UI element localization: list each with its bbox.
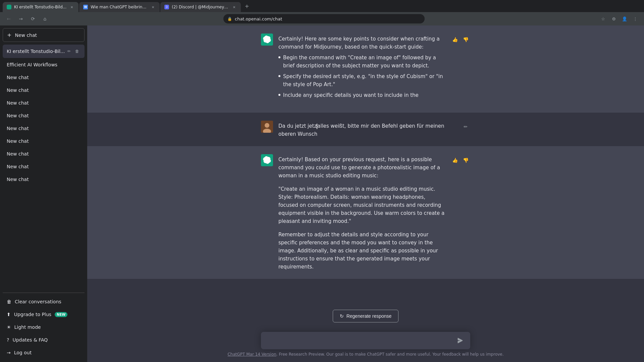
gpt-avatar-1: [261, 34, 273, 46]
sidebar-item-6[interactable]: New chat: [3, 110, 85, 122]
lock-icon: 🔒: [227, 17, 232, 21]
chat-item-text: New chat: [7, 75, 80, 80]
sidebar-item-5[interactable]: New chat: [3, 97, 85, 109]
chat-item-text: New chat: [7, 113, 80, 118]
chat-item-text: KI erstellt Tonstudio-Bil...: [7, 49, 66, 54]
upgrade-icon: ⬆: [7, 312, 11, 317]
profile-button[interactable]: 👤: [620, 14, 629, 23]
thumbs-up-button-2[interactable]: 👍: [450, 156, 460, 165]
log-out-label: Log out: [14, 350, 32, 355]
tab-title-3: (2) Discord | @Midjourney Bot: [172, 5, 229, 9]
log-out-button[interactable]: → Log out: [3, 347, 85, 359]
tab-1[interactable]: KI erstellt Tonstudio-Bild... ✕: [3, 2, 78, 12]
message-actions-2: ✏: [461, 121, 470, 131]
bullet-text-3: Include any specific details you want to…: [283, 91, 419, 99]
updates-faq-button[interactable]: ? Updates & FAQ: [3, 334, 85, 346]
chat-item-text: New chat: [7, 177, 80, 182]
tab-favicon-2: W: [83, 5, 88, 9]
sidebar-item-efficient-ai[interactable]: Efficient AI Workflows: [3, 59, 85, 71]
tab-favicon-1: [7, 5, 11, 9]
sidebar-item-11[interactable]: New chat: [3, 173, 85, 185]
sidebar-item-3[interactable]: New chat: [3, 71, 85, 83]
tab-close-3[interactable]: ✕: [231, 4, 237, 10]
sidebar-item-10[interactable]: New chat: [3, 161, 85, 173]
chat-item-text: New chat: [7, 87, 80, 93]
address-text: chat.openai.com/chat: [235, 16, 282, 21]
new-tab-button[interactable]: +: [243, 2, 251, 10]
address-bar[interactable]: 🔒 chat.openai.com/chat: [223, 14, 425, 23]
sun-icon: ☀: [7, 324, 11, 330]
tab-close-2[interactable]: ✕: [150, 4, 156, 10]
upgrade-to-plus-button[interactable]: ⬆ Upgrade to Plus NEW: [3, 308, 85, 320]
upgrade-label: Upgrade to Plus: [14, 312, 51, 317]
forward-button[interactable]: →: [16, 14, 25, 23]
edit-chat-button[interactable]: ✏: [66, 48, 72, 55]
tab-title-2: Wie man ChatGPT beibringt, be...: [91, 5, 148, 9]
chat-item-text: New chat: [7, 126, 80, 131]
chat-item-text: New chat: [7, 138, 80, 144]
message-content-3: Certainly! Based on your previous reques…: [278, 154, 445, 271]
light-mode-label: Light mode: [14, 324, 41, 330]
browser-chrome: KI erstellt Tonstudio-Bild... ✕ W Wie ma…: [0, 0, 644, 25]
sidebar-bottom: 🗑 Clear conversations ⬆ Upgrade to Plus …: [3, 293, 85, 359]
regenerate-button[interactable]: ↻ Regenerate response: [333, 310, 399, 322]
message-inner-3: Certainly! Based on your previous reques…: [245, 154, 486, 271]
footer-text: . Free Research Preview. Our goal is to …: [276, 352, 504, 357]
sidebar-item-8[interactable]: New chat: [3, 135, 85, 147]
regenerate-icon: ↻: [340, 313, 344, 319]
sidebar: + New chat KI erstellt Tonstudio-Bil... …: [0, 25, 87, 362]
regenerate-container: ↻ Regenerate response: [261, 310, 470, 328]
chat-input[interactable]: [266, 337, 455, 345]
thumbs-down-button-2[interactable]: 👎: [461, 156, 470, 165]
bullet-item-1: Begin the command with "Create an image …: [278, 54, 445, 70]
tab-bar: KI erstellt Tonstudio-Bild... ✕ W Wie ma…: [0, 0, 644, 12]
sidebar-item-4[interactable]: New chat: [3, 84, 85, 96]
message-inner-2: Da du jetzt jetzalles weißt, bitte mir d…: [245, 121, 486, 138]
message-text-intro: Certainly! Here are some key points to c…: [278, 35, 445, 51]
assistant-para-3: Remember to adjust the details and style…: [278, 231, 445, 271]
message-block-2: Da du jetzt jetzalles weißt, bitte mir d…: [87, 113, 644, 146]
thumbs-down-button-1[interactable]: 👎: [461, 35, 470, 44]
back-button[interactable]: ←: [4, 14, 13, 23]
input-container: ↻ Regenerate response: [245, 310, 486, 349]
bullet-dot-1: [278, 56, 280, 58]
delete-chat-button[interactable]: 🗑: [74, 48, 80, 55]
bookmark-button[interactable]: ☆: [598, 14, 608, 23]
chat-item-text: New chat: [7, 151, 80, 157]
menu-button[interactable]: ⋮: [631, 14, 640, 23]
new-chat-button[interactable]: + New chat: [3, 28, 85, 42]
tab-2[interactable]: W Wie man ChatGPT beibringt, be... ✕: [79, 2, 160, 12]
bullet-text-2: Specify the desired art style, e.g. "in …: [283, 72, 445, 88]
assistant-para-2: "Create an image of a woman in a music s…: [278, 185, 445, 225]
sidebar-item-9[interactable]: New chat: [3, 148, 85, 160]
chat-item-text: Efficient AI Workflows: [7, 62, 80, 67]
refresh-button[interactable]: ⟳: [28, 14, 38, 23]
send-button[interactable]: [455, 336, 465, 345]
home-button[interactable]: ⌂: [40, 14, 50, 23]
sidebar-item-7[interactable]: New chat: [3, 122, 85, 134]
chat-item-text: New chat: [7, 100, 80, 106]
bullet-item-3: Include any specific details you want to…: [278, 91, 445, 99]
light-mode-button[interactable]: ☀ Light mode: [3, 321, 85, 333]
regenerate-label: Regenerate response: [346, 313, 392, 319]
clear-icon: 🗑: [7, 299, 11, 304]
message-block-3: Certainly! Based on your previous reques…: [87, 146, 644, 279]
logout-icon: →: [7, 350, 11, 355]
gpt-avatar-2: [261, 154, 273, 166]
message-content-1: Certainly! Here are some key points to c…: [278, 34, 445, 105]
tab-close-1[interactable]: ✕: [69, 4, 74, 10]
clear-conversations-label: Clear conversations: [15, 299, 61, 304]
chat-item-text: New chat: [7, 164, 80, 169]
bullet-dot-3: [278, 94, 280, 96]
sidebar-item-active-chat[interactable]: KI erstellt Tonstudio-Bil... ✏ 🗑: [3, 45, 85, 58]
tab-3[interactable]: D (2) Discord | @Midjourney Bot ✕: [160, 2, 241, 12]
extensions-button[interactable]: ⚙: [609, 14, 619, 23]
chat-messages: Certainly! Here are some key points to c…: [87, 25, 644, 310]
assistant-para-1: Certainly! Based on your previous reques…: [278, 156, 445, 180]
edit-message-button[interactable]: ✏: [461, 122, 470, 131]
thumbs-up-button-1[interactable]: 👍: [450, 35, 460, 44]
clear-conversations-button[interactable]: 🗑 Clear conversations: [3, 296, 85, 308]
footer-version[interactable]: ChatGPT Mar 14 Version: [227, 352, 276, 357]
bullet-item-2: Specify the desired art style, e.g. "in …: [278, 72, 445, 88]
svg-point-2: [265, 123, 269, 128]
